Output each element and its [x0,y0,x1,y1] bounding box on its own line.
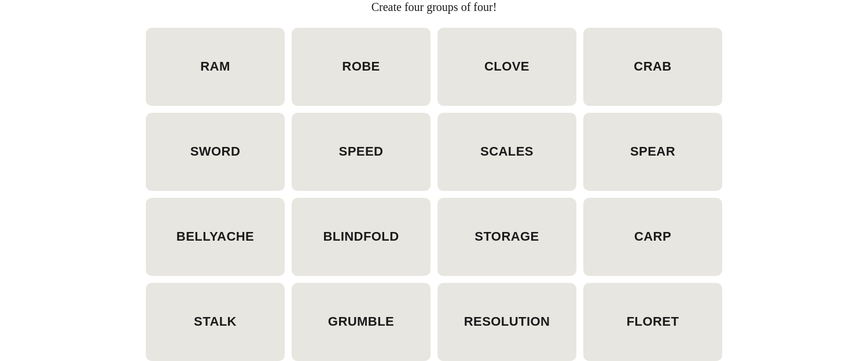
word-label: RAM [200,59,230,74]
word-label: GRUMBLE [328,314,394,329]
word-label: SPEED [339,144,384,159]
word-card[interactable]: BELLYACHE [146,198,285,276]
word-card[interactable]: FLORET [583,283,722,361]
word-card[interactable]: CARP [583,198,722,276]
word-label: SPEAR [630,144,675,159]
word-card[interactable]: STORAGE [437,198,576,276]
word-label: SCALES [480,144,534,159]
word-label: CRAB [634,59,671,74]
word-label: FLORET [627,314,679,329]
word-label: CARP [634,229,671,244]
word-card[interactable]: SWORD [146,113,285,191]
word-label: BELLYACHE [176,229,254,244]
word-card[interactable]: BLINDFOLD [292,198,431,276]
page-title: Create four groups of four! [372,1,497,14]
word-card[interactable]: RESOLUTION [437,283,576,361]
word-label: RESOLUTION [464,314,550,329]
word-label: ROBE [342,59,380,74]
word-card[interactable]: GRUMBLE [292,283,431,361]
word-card[interactable]: RAM [146,28,285,106]
word-label: STORAGE [475,229,539,244]
word-label: SWORD [190,144,241,159]
word-card[interactable]: SCALES [437,113,576,191]
word-label: CLOVE [484,59,529,74]
word-card[interactable]: CLOVE [437,28,576,106]
word-grid: RAMROBECLOVECRABSWORDSPEEDSCALESSPEARBEL… [146,28,722,361]
word-card[interactable]: STALK [146,283,285,361]
word-card[interactable]: CRAB [583,28,722,106]
word-label: STALK [194,314,237,329]
word-card[interactable]: ROBE [292,28,431,106]
word-label: BLINDFOLD [323,229,399,244]
word-card[interactable]: SPEAR [583,113,722,191]
word-card[interactable]: SPEED [292,113,431,191]
